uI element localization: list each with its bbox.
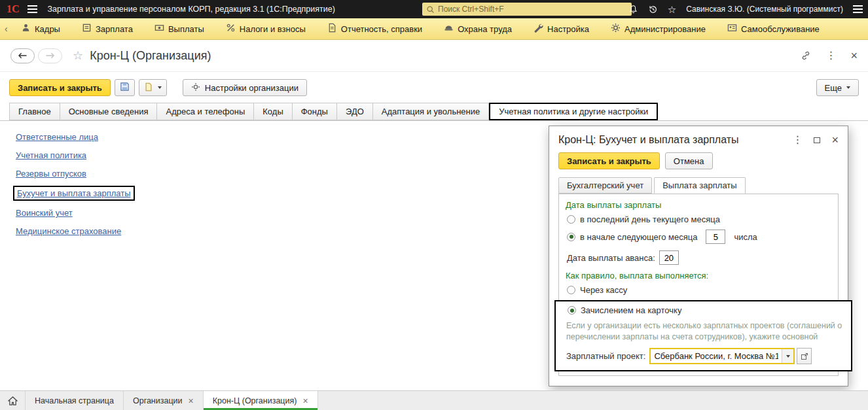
- sections-menubar: ‹ Кадры Зарплата Выплаты Налоги и взносы…: [0, 18, 868, 40]
- org-settings-button[interactable]: Настройки организации: [183, 79, 307, 96]
- section-label: Самообслуживание: [741, 24, 820, 34]
- pay-day-input[interactable]: [706, 230, 725, 244]
- section-administrirovanie[interactable]: Администрирование: [611, 23, 706, 35]
- form-tabs-strip: Главное Основные сведения Адреса и телеф…: [0, 103, 868, 121]
- settings-icon: [191, 82, 200, 94]
- report-icon: [327, 23, 337, 35]
- user-menu-icon[interactable]: [853, 5, 863, 13]
- radio-next-month-label: в начале следующего месяца: [580, 232, 697, 242]
- tab-close-icon[interactable]: ×: [189, 396, 194, 405]
- advance-day-input[interactable]: [659, 250, 679, 265]
- tab-home-page[interactable]: Начальная страница: [25, 391, 124, 410]
- tab-buhgalterskiy-uchet[interactable]: Бухгалтерский учет: [558, 177, 652, 194]
- search-input[interactable]: [438, 5, 628, 14]
- section-label: Зарплата: [96, 24, 133, 34]
- forward-arrow-icon[interactable]: [38, 48, 62, 63]
- save-close-button[interactable]: Записать и закрыть: [9, 79, 111, 96]
- section-nalogi[interactable]: Налоги и взносы: [226, 23, 306, 35]
- dialog-close-icon[interactable]: ×: [831, 134, 839, 146]
- radio-card[interactable]: [568, 306, 576, 315]
- history-icon[interactable]: [648, 5, 658, 14]
- main-menu-icon[interactable]: [27, 5, 37, 13]
- back-arrow-icon[interactable]: [10, 48, 35, 63]
- link-otvetstvennye-lica[interactable]: Ответственные лица: [16, 132, 98, 142]
- favorites-star-icon[interactable]: ☆: [668, 5, 676, 14]
- tab-home-label: Начальная страница: [35, 396, 114, 405]
- tab-close-icon[interactable]: ×: [302, 396, 308, 405]
- link-medicinskoe-strahovanie[interactable]: Медицинское страхование: [16, 226, 121, 236]
- section-label: Отчетность, справки: [341, 24, 422, 34]
- option-next-month-row: в начале следующего месяца числа: [567, 230, 831, 244]
- tab-kody[interactable]: Коды: [254, 103, 292, 120]
- section-label: Кадры: [35, 24, 60, 34]
- dialog-save-close-label: Записать и закрыть: [567, 156, 651, 166]
- radio-last-day[interactable]: [567, 215, 575, 224]
- section-nastroyka[interactable]: Настройка: [533, 23, 589, 35]
- section-zarplata[interactable]: Зарплата: [82, 23, 133, 35]
- tab-fondy[interactable]: Фонды: [293, 103, 337, 120]
- buhuchet-dialog: Крон-Ц: Бухучет и выплата зарплаты ⋮ × З…: [549, 126, 848, 386]
- tab-label: Крон-Ц (Организация): [213, 396, 297, 405]
- home-icon[interactable]: [0, 391, 25, 410]
- more-dots-icon[interactable]: ⋮: [825, 50, 836, 61]
- link-uchetnaya-politika[interactable]: Учетная политика: [16, 150, 86, 160]
- maximize-icon[interactable]: [814, 137, 820, 143]
- floppy-save-icon: [120, 82, 130, 94]
- global-search[interactable]: [422, 3, 632, 16]
- collapse-menu-icon[interactable]: ‹: [5, 24, 8, 34]
- tab-glavnoe[interactable]: Главное: [9, 103, 60, 120]
- option-last-day-row: в последний день текущего месяца: [567, 214, 831, 224]
- salary-icon: [82, 23, 92, 35]
- create-based-on-button[interactable]: [139, 79, 167, 96]
- tab-vyplata-zarplaty[interactable]: Выплата зарплаты: [654, 177, 746, 194]
- app-window: 1С Зарплата и управление персоналом КОРП…: [0, 0, 868, 410]
- card-option-highlight: Зачислением на карточку Если у организац…: [554, 300, 852, 371]
- chevron-down-icon: [846, 86, 850, 89]
- section-label: Настройка: [547, 24, 589, 34]
- salary-project-label: Зарплатный проект:: [566, 351, 645, 361]
- current-user[interactable]: Савинская З.Ю. (Системный программист): [686, 5, 843, 14]
- radio-cash[interactable]: [567, 286, 575, 294]
- notifications-bell-icon[interactable]: [628, 5, 638, 14]
- people-icon: [21, 23, 31, 35]
- link-buhuchet-vyplata[interactable]: Бухучет и выплата зарплаты: [13, 186, 135, 201]
- dialog-save-close-button[interactable]: Записать и закрыть: [558, 152, 660, 169]
- section-ohrana-truda[interactable]: Охрана труда: [444, 23, 512, 35]
- id-card-icon: [727, 23, 737, 35]
- close-icon[interactable]: ×: [850, 50, 858, 61]
- tab-kron-c[interactable]: Крон-Ц (Организация) ×: [204, 391, 318, 410]
- tab-uchetnaya-politika[interactable]: Учетная политика и другие настройки: [489, 103, 658, 120]
- navbar-controls: ⋮ ×: [801, 50, 858, 61]
- option-card-row: Зачислением на карточку: [568, 305, 844, 315]
- salary-project-combo: [649, 348, 795, 364]
- section-otchetnost[interactable]: Отчетность, справки: [327, 23, 422, 35]
- tab-adresa-telefony[interactable]: Адреса и телефоны: [157, 103, 254, 120]
- radio-last-day-label: в последний день текущего месяца: [580, 214, 720, 224]
- link-voinskiy-uchet[interactable]: Воинский учет: [16, 208, 73, 218]
- more-button[interactable]: Еще: [816, 79, 859, 96]
- link-rezervy-otpuskov[interactable]: Резервы отпусков: [16, 169, 86, 179]
- pay-day-suffix: числа: [734, 232, 757, 242]
- salary-project-input[interactable]: [651, 351, 782, 361]
- dialog-more-dots-icon[interactable]: ⋮: [792, 135, 803, 145]
- option-cash-row: Через кассу: [567, 285, 831, 295]
- window-navbar: ☆ Крон-Ц (Организация) ⋮ ×: [0, 40, 868, 72]
- save-button[interactable]: [115, 79, 135, 96]
- open-item-icon[interactable]: [797, 348, 812, 364]
- section-vyplaty[interactable]: Выплаты: [154, 23, 204, 35]
- dialog-cancel-button[interactable]: Отмена: [665, 152, 713, 169]
- open-windows-bar: Начальная страница Организации × Крон-Ц …: [0, 390, 868, 410]
- get-link-icon[interactable]: [801, 50, 811, 61]
- tab-osnovnye-svedeniya[interactable]: Основные сведения: [60, 103, 158, 120]
- radio-next-month[interactable]: [567, 233, 575, 241]
- payment-method-header: Как правило, выплата выполняется:: [566, 271, 831, 281]
- tab-edo[interactable]: ЭДО: [337, 103, 373, 120]
- tab-organizations[interactable]: Организации ×: [124, 391, 204, 410]
- favorite-star-icon[interactable]: ☆: [73, 50, 83, 61]
- salary-project-hint: Если у организации есть несколько зарпла…: [566, 320, 844, 342]
- section-kadry[interactable]: Кадры: [21, 23, 60, 35]
- section-samoobsluzhivanie[interactable]: Самообслуживание: [727, 23, 820, 35]
- combo-dropdown-icon[interactable]: [782, 349, 793, 363]
- percent-icon: [226, 23, 236, 35]
- tab-adaptaciya-uvolnenie[interactable]: Адаптация и увольнение: [373, 103, 489, 120]
